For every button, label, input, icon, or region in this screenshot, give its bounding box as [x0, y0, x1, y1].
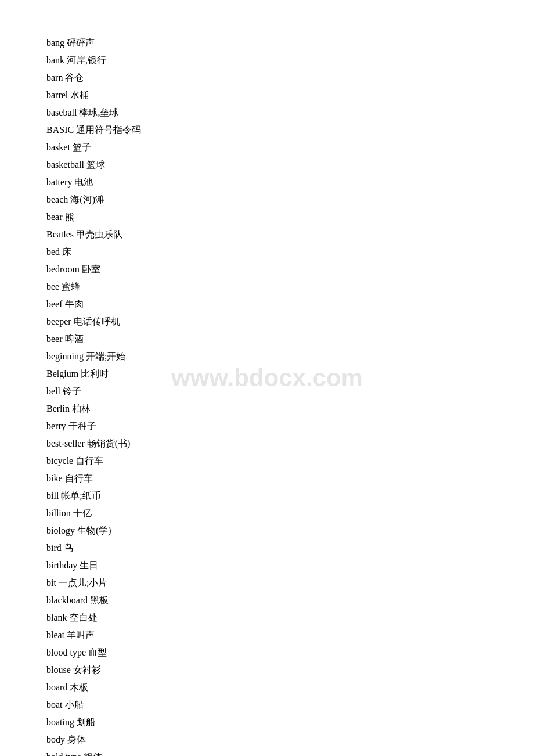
- list-item: body 身体: [46, 732, 488, 748]
- list-item: blood type 血型: [46, 645, 488, 661]
- list-item: biology 生物(学): [46, 523, 488, 539]
- list-item: bold type 粗体: [46, 749, 488, 756]
- list-item: billion 十亿: [46, 505, 488, 521]
- list-item: boating 划船: [46, 714, 488, 730]
- list-item: board 木板: [46, 679, 488, 696]
- list-item: basketball 篮球: [46, 157, 488, 173]
- list-item: bang 砰砰声: [46, 35, 488, 51]
- list-item: birthday 生日: [46, 557, 488, 574]
- list-item: BASIC 通用符号指令码: [46, 122, 488, 138]
- list-item: best-seller 畅销货(书): [46, 435, 488, 452]
- list-item: bike 自行车: [46, 470, 488, 487]
- list-item: bird 鸟: [46, 540, 488, 556]
- list-item: bell 铃子: [46, 383, 488, 399]
- list-item: bee 蜜蜂: [46, 279, 488, 295]
- list-item: beeper 电话传呼机: [46, 314, 488, 330]
- list-item: beginning 开端;开始: [46, 348, 488, 365]
- list-item: beef 牛肉: [46, 296, 488, 312]
- list-item: Beatles 甲壳虫乐队: [46, 226, 488, 243]
- list-item: basket 篮子: [46, 139, 488, 156]
- entries-list: bang 砰砰声bank 河岸,银行barn 谷仓barrel 水桶baseba…: [46, 35, 488, 756]
- list-item: barrel 水桶: [46, 87, 488, 103]
- list-item: bed 床: [46, 244, 488, 260]
- list-item: Berlin 柏林: [46, 401, 488, 417]
- list-item: barn 谷仓: [46, 70, 488, 86]
- list-item: baseball 棒球,垒球: [46, 105, 488, 121]
- list-item: bear 熊: [46, 209, 488, 225]
- list-item: bank 河岸,银行: [46, 52, 488, 69]
- list-item: boat 小船: [46, 697, 488, 713]
- list-item: blank 空白处: [46, 610, 488, 626]
- list-item: blackboard 黑板: [46, 592, 488, 609]
- list-item: battery 电池: [46, 174, 488, 190]
- list-item: bicycle 自行车: [46, 453, 488, 469]
- list-item: Belgium 比利时: [46, 366, 488, 382]
- list-item: berry 干种子: [46, 418, 488, 434]
- list-item: bleat 羊叫声: [46, 627, 488, 643]
- list-item: bedroom 卧室: [46, 261, 488, 278]
- dictionary-content: bang 砰砰声bank 河岸,银行barn 谷仓barrel 水桶baseba…: [0, 0, 534, 756]
- list-item: beach 海(河)滩: [46, 192, 488, 208]
- list-item: beer 啤酒: [46, 331, 488, 347]
- list-item: blouse 女衬衫: [46, 662, 488, 678]
- list-item: bill 帐单;纸币: [46, 488, 488, 504]
- list-item: bit 一点儿;小片: [46, 575, 488, 591]
